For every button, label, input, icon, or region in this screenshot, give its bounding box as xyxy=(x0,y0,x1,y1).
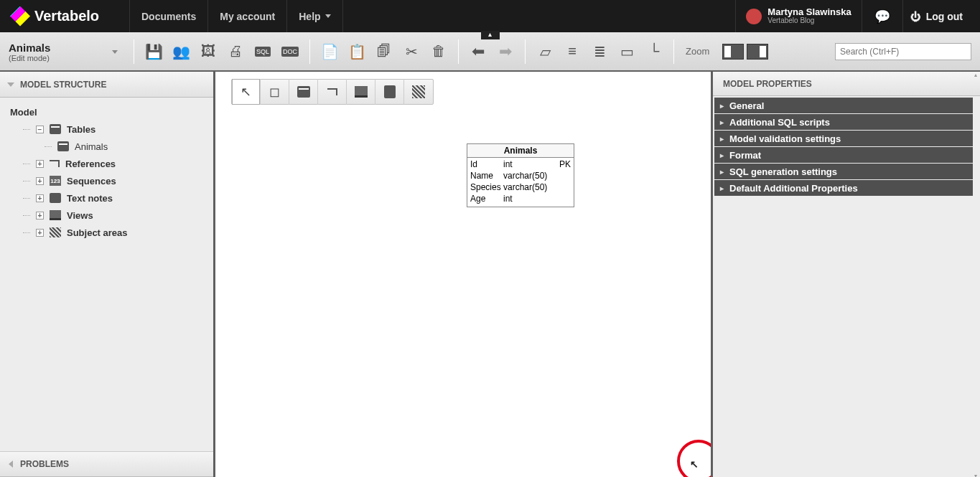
image-export-button[interactable]: 🖼 xyxy=(196,39,220,64)
delete-button[interactable]: 🗑 xyxy=(426,39,451,64)
erd-column[interactable]: Ageint xyxy=(470,194,571,205)
chevron-right-icon xyxy=(9,461,13,468)
zoom-label[interactable]: Zoom xyxy=(681,46,714,57)
reference-icon xyxy=(50,160,60,167)
align-tool-1[interactable]: ▱ xyxy=(533,39,557,64)
section-sql-gen[interactable]: SQL generation settings xyxy=(714,164,973,179)
separator xyxy=(458,39,459,64)
expand-icon[interactable]: + xyxy=(36,160,44,168)
print-button[interactable]: 🖨 xyxy=(223,39,248,64)
toolbar-tip-tab[interactable] xyxy=(481,31,500,39)
erd-table-columns: IdintPK Namevarchar(50) Speciesvarchar(5… xyxy=(467,158,574,207)
chevron-down-icon xyxy=(112,50,118,54)
add-table-tool[interactable] xyxy=(289,79,318,105)
avatar xyxy=(746,9,762,24)
share-button[interactable]: 👥 xyxy=(169,39,193,64)
document-selector[interactable]: Animals (Edit mode) xyxy=(4,37,126,65)
section-default-props[interactable]: Default Additional Properties xyxy=(714,180,973,196)
add-area-tool[interactable] xyxy=(404,79,433,105)
col-type: varchar(50) xyxy=(503,171,555,182)
col-name: Species xyxy=(470,182,503,194)
model-structure-title: MODEL STRUCTURE xyxy=(20,80,106,90)
nav-my-account[interactable]: My account xyxy=(207,0,286,32)
app-header: Vertabelo Documents My account Help Mart… xyxy=(0,0,980,32)
toggle-right-panel[interactable] xyxy=(747,44,768,60)
document-mode: (Edit mode) xyxy=(9,54,50,62)
tree-label: Animals xyxy=(75,141,108,152)
tool-palette: ↖ ◻ xyxy=(231,79,434,105)
align-tool-2[interactable]: ≡ xyxy=(560,39,584,64)
expand-icon[interactable]: + xyxy=(36,177,44,185)
nav-help[interactable]: Help xyxy=(286,0,342,32)
align-tool-3[interactable]: ≣ xyxy=(587,39,612,64)
section-validation[interactable]: Model validation settings xyxy=(714,131,973,146)
add-note-tool[interactable] xyxy=(375,79,404,105)
erd-table-name: Animals xyxy=(467,144,574,158)
redo-button[interactable]: ➡ xyxy=(493,39,518,64)
table-icon xyxy=(57,141,69,151)
scrollbar[interactable]: ▴ ▾ xyxy=(974,72,979,477)
cut-button[interactable]: ✂ xyxy=(399,39,424,64)
search-input[interactable] xyxy=(835,43,971,60)
erd-column[interactable]: Speciesvarchar(50) xyxy=(470,182,571,194)
search-box xyxy=(835,43,971,60)
model-structure-header[interactable]: MODEL STRUCTURE xyxy=(0,72,213,98)
chat-icon[interactable]: 💬 xyxy=(872,6,892,27)
tree-node-sequences[interactable]: + 123 Sequences xyxy=(10,172,209,189)
minimap-toggle-icon[interactable]: ↖ xyxy=(689,458,700,470)
user-name: Martyna Slawinska xyxy=(767,8,851,16)
align-tool-4[interactable]: ▭ xyxy=(615,39,639,64)
diagram-canvas[interactable]: ↖ ◻ Animals IdintPK Namevarchar(50) Spec… xyxy=(215,72,711,477)
tree-node-references[interactable]: + References xyxy=(10,155,209,172)
tree-node-text-notes[interactable]: + Text notes xyxy=(10,189,209,207)
tree-label: Model xyxy=(10,107,37,118)
tree-node-tables[interactable]: − Tables xyxy=(10,121,209,138)
toggle-left-panel[interactable] xyxy=(722,44,744,60)
section-additional-sql[interactable]: Additional SQL scripts xyxy=(714,114,973,130)
doc-export-button[interactable]: DOC xyxy=(278,39,302,64)
nav-documents[interactable]: Documents xyxy=(129,0,207,32)
duplicate-button[interactable]: 🗐 xyxy=(372,39,396,64)
tree-node-views[interactable]: + Views xyxy=(10,207,209,224)
separator xyxy=(673,39,674,64)
section-general[interactable]: General xyxy=(714,98,973,113)
collapse-icon[interactable]: − xyxy=(36,126,44,133)
tree-label: Views xyxy=(67,210,93,221)
tree-node-subject-areas[interactable]: + Subject areas xyxy=(10,224,209,241)
col-type: int xyxy=(503,194,555,205)
marquee-tool[interactable]: ◻ xyxy=(261,79,289,105)
col-name: Name xyxy=(470,171,503,182)
tree-label: Sequences xyxy=(67,176,116,186)
problems-header[interactable]: PROBLEMS xyxy=(0,451,213,477)
erd-table-animals[interactable]: Animals IdintPK Namevarchar(50) Speciesv… xyxy=(467,143,574,207)
scroll-up-icon[interactable]: ▴ xyxy=(974,72,979,76)
user-menu[interactable]: Martyna Slawinska Vertabelo Blog xyxy=(735,0,862,32)
right-sidebar: MODEL PROPERTIES General Additional SQL … xyxy=(711,72,980,477)
copy-button[interactable]: 📄 xyxy=(317,39,342,64)
chevron-down-icon xyxy=(325,14,331,18)
erd-column[interactable]: IdintPK xyxy=(470,159,571,171)
add-reference-tool[interactable] xyxy=(318,79,347,105)
col-type: varchar(50) xyxy=(503,182,555,194)
scroll-down-icon[interactable]: ▾ xyxy=(974,473,979,477)
user-subtitle: Vertabelo Blog xyxy=(767,16,851,25)
expand-icon[interactable]: + xyxy=(36,194,44,202)
align-tool-5[interactable]: └ xyxy=(642,39,666,64)
logout-button[interactable]: ⏻ Log out xyxy=(902,0,970,32)
paste-button[interactable]: 📋 xyxy=(345,39,369,64)
section-format[interactable]: Format xyxy=(714,147,973,163)
erd-column[interactable]: Namevarchar(50) xyxy=(470,171,571,182)
model-tree: Model − Tables Animals + References xyxy=(0,98,213,451)
model-properties-header: MODEL PROPERTIES xyxy=(713,72,980,96)
expand-icon[interactable]: + xyxy=(36,229,44,237)
undo-button[interactable]: ⬅ xyxy=(466,39,490,64)
brand-logo[interactable]: Vertabelo xyxy=(0,0,129,32)
tree-node-animals[interactable]: Animals xyxy=(10,138,209,155)
select-tool[interactable]: ↖ xyxy=(232,79,261,105)
save-button[interactable]: 💾 xyxy=(141,39,166,64)
sql-export-button[interactable]: SQL xyxy=(251,39,275,64)
expand-icon[interactable]: + xyxy=(36,212,44,219)
tree-root-model[interactable]: Model xyxy=(10,103,209,121)
left-sidebar: MODEL STRUCTURE Model − Tables Animals + xyxy=(0,72,215,477)
add-view-tool[interactable] xyxy=(347,79,375,105)
